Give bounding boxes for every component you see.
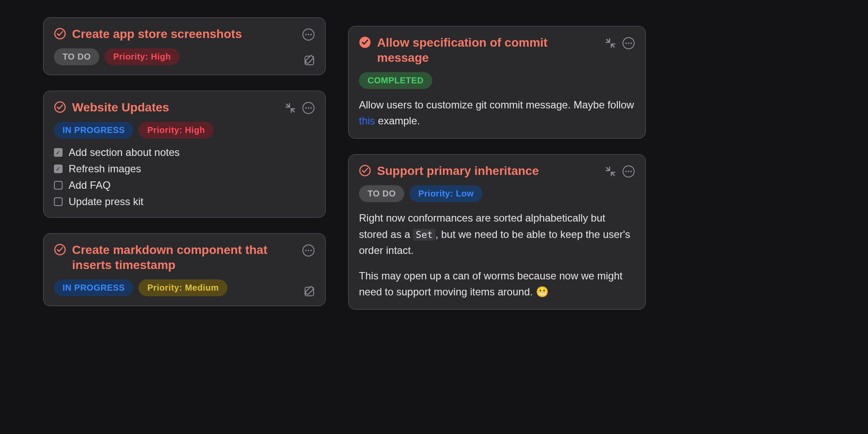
checklist: ✓ Add section about notes ✓ Refresh imag… [54,146,315,208]
status-tag[interactable]: IN PROGRESS [54,122,133,139]
checklist-text: Refresh images [69,163,141,175]
status-open-icon [54,101,66,115]
status-tag[interactable]: IN PROGRESS [54,279,133,296]
task-card[interactable]: Create markdown component that inserts t… [43,233,326,306]
more-button[interactable] [622,165,635,178]
more-button[interactable] [302,244,315,257]
checklist-item[interactable]: ✓ Refresh images [54,163,315,175]
collapse-button[interactable] [604,165,617,178]
more-button[interactable] [622,37,635,50]
task-card[interactable]: Website Updates IN PROGRESS Priority: Hi… [43,91,326,218]
checkbox-checked-icon[interactable]: ✓ [54,165,63,173]
checklist-item[interactable]: Add FAQ [54,179,315,191]
task-title: Website Updates [72,100,278,115]
collapse-button[interactable] [604,37,617,50]
status-open-icon [359,165,371,178]
checklist-text: Update press kit [69,196,143,208]
status-tag[interactable]: COMPLETED [359,72,432,89]
checkbox-unchecked-icon[interactable] [54,181,63,190]
task-title: Create app store screenshots [72,26,296,41]
status-open-icon [54,28,66,41]
priority-tag[interactable]: Priority: High [138,122,214,139]
edit-button[interactable] [303,54,316,67]
task-title: Support primary inheritance [377,163,598,178]
status-tag[interactable]: TO DO [359,185,404,202]
task-body: Right now conformances are sorted alphab… [359,210,635,300]
checkbox-checked-icon[interactable]: ✓ [54,148,63,157]
checklist-item[interactable]: Update press kit [54,196,315,208]
checklist-text: Add section about notes [69,146,180,158]
inline-code: Set [413,229,435,241]
checkbox-unchecked-icon[interactable] [54,197,63,206]
body-link[interactable]: this [359,115,375,127]
priority-tag[interactable]: Priority: Medium [138,279,227,296]
task-body: Allow users to customize git commit mess… [359,97,635,129]
priority-tag[interactable]: Priority: Low [409,185,482,202]
status-done-icon [359,36,371,50]
task-title: Create markdown component that inserts t… [72,242,296,272]
priority-tag[interactable]: Priority: High [104,48,179,65]
task-title: Allow specification of commit message [377,35,598,65]
status-tag[interactable]: TO DO [54,48,99,65]
more-button[interactable] [302,101,315,114]
checklist-item[interactable]: ✓ Add section about notes [54,146,315,158]
edit-button[interactable] [303,285,316,298]
collapse-button[interactable] [284,101,297,114]
checklist-text: Add FAQ [69,179,110,191]
task-card[interactable]: Create app store screenshots TO DO Prior… [43,17,326,75]
task-card[interactable]: Support primary inheritance TO DO Priori… [348,154,646,310]
task-card[interactable]: Allow specification of commit message CO… [348,26,646,139]
more-button[interactable] [302,28,315,41]
status-open-icon [54,244,66,257]
